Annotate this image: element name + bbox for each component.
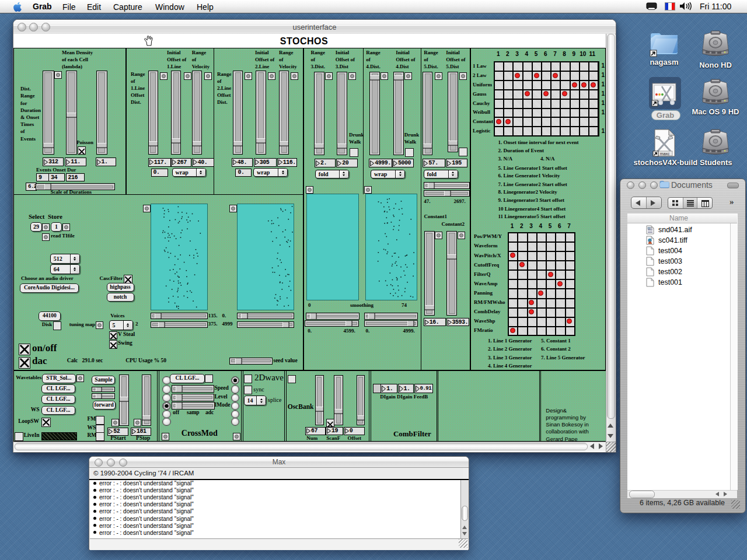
svg-text:maxc: maxc [660,152,670,156]
